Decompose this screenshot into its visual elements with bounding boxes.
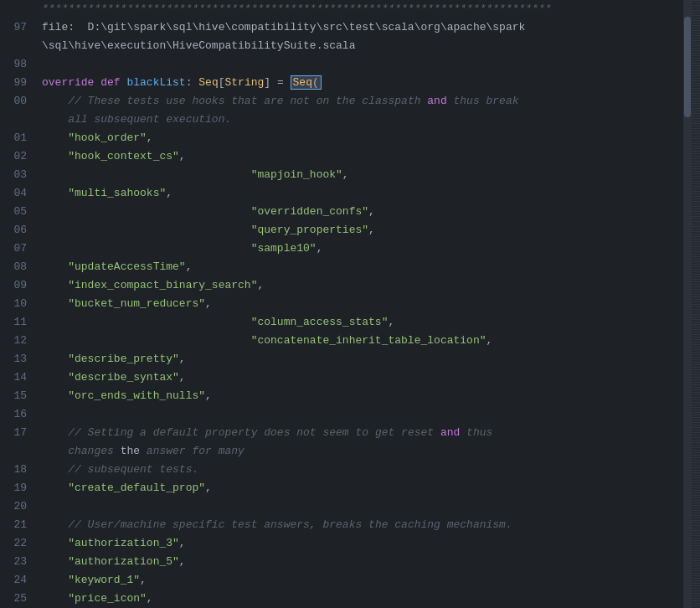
code-line-21: // User/machine specific test answers, b… bbox=[42, 516, 683, 534]
code-line-19: "create_default_prop", bbox=[42, 479, 683, 497]
code-editor: 97 98 99 00 01 02 03 04 05 06 07 08 09 1… bbox=[0, 0, 700, 608]
code-line-00b: all subsequent execution. bbox=[42, 111, 683, 129]
code-line-98 bbox=[42, 55, 683, 74]
vertical-scrollbar[interactable] bbox=[683, 0, 692, 608]
code-line-99: override def blackList: Seq[String] = Se… bbox=[42, 74, 683, 92]
scrollbar-thumb[interactable] bbox=[684, 17, 691, 117]
code-line-20 bbox=[42, 497, 683, 516]
minimap bbox=[692, 0, 700, 608]
code-line-09: "index_compact_binary_search", bbox=[42, 276, 683, 295]
code-line-97b: \sql\hive\execution\HiveCompatibilitySui… bbox=[42, 37, 683, 55]
code-line-15: "orc_ends_with_nulls", bbox=[42, 387, 683, 405]
code-line-11: "column_access_stats", bbox=[42, 313, 683, 332]
code-line-23: "authorization_5", bbox=[42, 553, 683, 571]
code-line-01: "hook_order", bbox=[42, 129, 683, 147]
code-line-08: "updateAccessTime", bbox=[42, 258, 683, 276]
code-line-10: "bucket_num_reducers", bbox=[42, 295, 683, 313]
code-content[interactable]: ****************************************… bbox=[35, 0, 683, 608]
code-line-00: // These tests use hooks that are not on… bbox=[42, 92, 683, 111]
code-line-04: "multi_sahooks", bbox=[42, 184, 683, 203]
code-line-16 bbox=[42, 405, 683, 424]
code-line-07: "sample10", bbox=[42, 240, 683, 258]
code-line-18: // subsequent tests. bbox=[42, 461, 683, 479]
minimap-content bbox=[692, 0, 700, 608]
code-line-17: // Setting a default property does not s… bbox=[42, 424, 683, 442]
code-line-25: "price_icon", bbox=[42, 590, 683, 608]
code-line-border: ****************************************… bbox=[42, 0, 683, 18]
code-line-14: "describe_syntax", bbox=[42, 368, 683, 387]
code-line-05: "overridden_confs", bbox=[42, 203, 683, 221]
code-line-13: "describe_pretty", bbox=[42, 350, 683, 368]
code-line-97: file: D:\git\spark\sql\hive\compatibilit… bbox=[42, 18, 683, 37]
code-line-22: "authorization_3", bbox=[42, 534, 683, 553]
code-line-17b: changes the answer for many bbox=[42, 442, 683, 461]
line-numbers: 97 98 99 00 01 02 03 04 05 06 07 08 09 1… bbox=[0, 0, 35, 608]
code-line-03: "mapjoin_hook", bbox=[42, 166, 683, 184]
code-line-12: "concatenate_inherit_table_location", bbox=[42, 332, 683, 350]
code-line-06: "query_properties", bbox=[42, 221, 683, 240]
code-line-02: "hook_context_cs", bbox=[42, 147, 683, 166]
code-line-24: "keyword_1", bbox=[42, 571, 683, 590]
